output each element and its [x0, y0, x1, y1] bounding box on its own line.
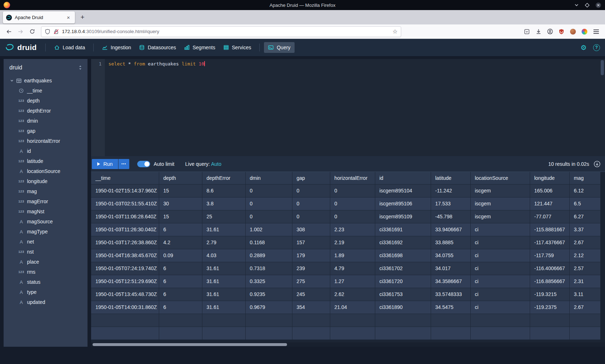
table-cell[interactable]: 34.017: [431, 262, 470, 275]
table-cell[interactable]: 2.67: [569, 236, 605, 249]
table-cell[interactable]: 1950-01-03T02:51:55.410Z: [91, 197, 159, 210]
table-cell[interactable]: 34.0755: [431, 249, 470, 262]
table-cell[interactable]: 6: [159, 301, 202, 314]
table-cell[interactable]: 1950-01-05T13:45:48.730Z: [91, 288, 159, 301]
table-cell[interactable]: -116.8856667: [530, 275, 569, 288]
table-cell[interactable]: 0: [292, 184, 330, 197]
table-cell[interactable]: ci3361691: [375, 223, 431, 236]
table-cell[interactable]: 157: [292, 236, 330, 249]
table-cell[interactable]: 1950-01-02T15:14:37.960Z: [91, 184, 159, 197]
table-cell[interactable]: 239: [292, 262, 330, 275]
sidebar-column-mag[interactable]: 123mag: [4, 186, 88, 196]
sidebar-column-latitude[interactable]: 123latitude: [4, 156, 88, 166]
nav-item-load-data[interactable]: Load data: [50, 42, 89, 53]
table-cell[interactable]: 1.89: [330, 249, 375, 262]
table-cell[interactable]: ci: [470, 236, 530, 249]
column-header-dmin[interactable]: dmin: [245, 172, 292, 184]
table-cell[interactable]: 34.3586667: [431, 275, 470, 288]
table-cell[interactable]: 1950-01-03T11:26:30.040Z: [91, 223, 159, 236]
url-bar[interactable]: 172.18.0.4:30109/unified-console.html#qu…: [41, 26, 401, 37]
live-query-value[interactable]: Auto: [211, 161, 221, 167]
table-cell[interactable]: 15: [159, 184, 202, 197]
column-header-depth[interactable]: depth: [159, 172, 202, 184]
column-header-depthError[interactable]: depthError: [202, 172, 245, 184]
table-cell[interactable]: -11.242: [431, 184, 470, 197]
browser-tab[interactable]: Apache Druid ×: [3, 12, 75, 23]
table-cell[interactable]: 0.7318: [245, 262, 292, 275]
table-cell[interactable]: 0: [292, 197, 330, 210]
nav-item-segments[interactable]: Segments: [180, 42, 219, 53]
new-tab-button[interactable]: +: [77, 12, 88, 23]
table-cell[interactable]: -117.759: [530, 249, 569, 262]
sidebar-column-depth[interactable]: 123depth: [4, 96, 88, 106]
forward-button[interactable]: [15, 26, 26, 37]
table-cell[interactable]: 1.27: [330, 275, 375, 288]
sql-line[interactable]: select * from earthquakes limit 10: [105, 59, 605, 156]
table-cell[interactable]: ci3361890: [375, 301, 431, 314]
table-cell[interactable]: -117.4376667: [530, 236, 569, 249]
sidebar-column-place[interactable]: Aplace: [4, 257, 88, 267]
table-cell[interactable]: iscgem895106: [375, 197, 431, 210]
table-cell[interactable]: 165.006: [530, 184, 569, 197]
table-cell[interactable]: 31.61: [202, 223, 245, 236]
column-header-__time[interactable]: __time: [91, 172, 159, 184]
table-cell[interactable]: ci3361692: [375, 236, 431, 249]
account-icon[interactable]: [544, 26, 555, 37]
sidebar-column-status[interactable]: Astatus: [4, 277, 88, 287]
table-cell[interactable]: iscgem: [470, 184, 530, 197]
table-cell[interactable]: 354: [292, 301, 330, 314]
table-cell[interactable]: 3.11: [569, 288, 605, 301]
table-cell[interactable]: 179: [292, 249, 330, 262]
table-cell[interactable]: 0.09: [159, 249, 202, 262]
tab-close-button[interactable]: ×: [65, 14, 72, 21]
table-cell[interactable]: iscgem895109: [375, 210, 431, 223]
table-cell[interactable]: 21.04: [330, 301, 375, 314]
table-cell[interactable]: 2.79: [202, 236, 245, 249]
extension-avatar-icon[interactable]: [568, 26, 578, 37]
table-cell[interactable]: 6: [159, 288, 202, 301]
table-cell[interactable]: 4.03: [202, 249, 245, 262]
table-cell[interactable]: 0: [330, 210, 375, 223]
table-cell[interactable]: 31.61: [202, 262, 245, 275]
sidebar-column-gap[interactable]: 123gap: [4, 126, 88, 136]
nav-item-datasources[interactable]: Datasources: [135, 42, 180, 53]
table-cell[interactable]: -116.4006667: [530, 262, 569, 275]
back-button[interactable]: [4, 26, 14, 37]
table-cell[interactable]: 2.57: [569, 262, 605, 275]
table-cell[interactable]: ci: [470, 301, 530, 314]
table-cell[interactable]: 0.9235: [245, 288, 292, 301]
ublock-extension-icon[interactable]: [556, 26, 567, 37]
horizontal-scrollbar[interactable]: [91, 342, 605, 347]
table-cell[interactable]: 31.61: [202, 301, 245, 314]
editor-scrollbar-thumb[interactable]: [601, 60, 604, 75]
column-header-id[interactable]: id: [375, 172, 431, 184]
sidebar-column-magNst[interactable]: 123magNst: [4, 206, 88, 217]
sidebar-column-dmin[interactable]: 123dmin: [4, 116, 88, 126]
horizontal-scrollbar-thumb[interactable]: [93, 343, 287, 346]
table-cell[interactable]: -45.798: [431, 210, 470, 223]
table-cell[interactable]: 4.2: [159, 236, 202, 249]
query-editor[interactable]: 1 select * from earthquakes limit 10: [91, 59, 605, 156]
sidebar-column-longitude[interactable]: 123longitude: [4, 176, 88, 186]
insecure-lock-icon[interactable]: [53, 29, 59, 35]
table-cell[interactable]: 1950-01-05T07:24:19.740Z: [91, 262, 159, 275]
table-cell[interactable]: 33.9406667: [431, 223, 470, 236]
table-cell[interactable]: 1.002: [245, 223, 292, 236]
sidebar-column-id[interactable]: Aid: [4, 146, 88, 156]
table-cell[interactable]: 1950-01-04T16:38:45.670Z: [91, 249, 159, 262]
extension-pinwheel-icon[interactable]: [579, 26, 590, 37]
table-cell[interactable]: 0: [330, 197, 375, 210]
table-cell[interactable]: 0.9679: [245, 301, 292, 314]
table-cell[interactable]: 2.67: [569, 301, 605, 314]
vertical-scrollbar[interactable]: [600, 172, 605, 342]
table-cell[interactable]: 31.61: [202, 288, 245, 301]
table-cell[interactable]: 30: [159, 197, 202, 210]
table-cell[interactable]: 1950-01-03T17:26:38.860Z: [91, 236, 159, 249]
sidebar-column-updated[interactable]: Aupdated: [4, 297, 88, 307]
table-cell[interactable]: 6: [159, 223, 202, 236]
nav-item-ingestion[interactable]: Ingestion: [98, 42, 135, 53]
sidebar-column-type[interactable]: Atype: [4, 287, 88, 297]
table-cell[interactable]: 2.19: [330, 236, 375, 249]
sidebar-column-magType[interactable]: AmagType: [4, 227, 88, 237]
run-more-button[interactable]: •••: [118, 159, 129, 169]
